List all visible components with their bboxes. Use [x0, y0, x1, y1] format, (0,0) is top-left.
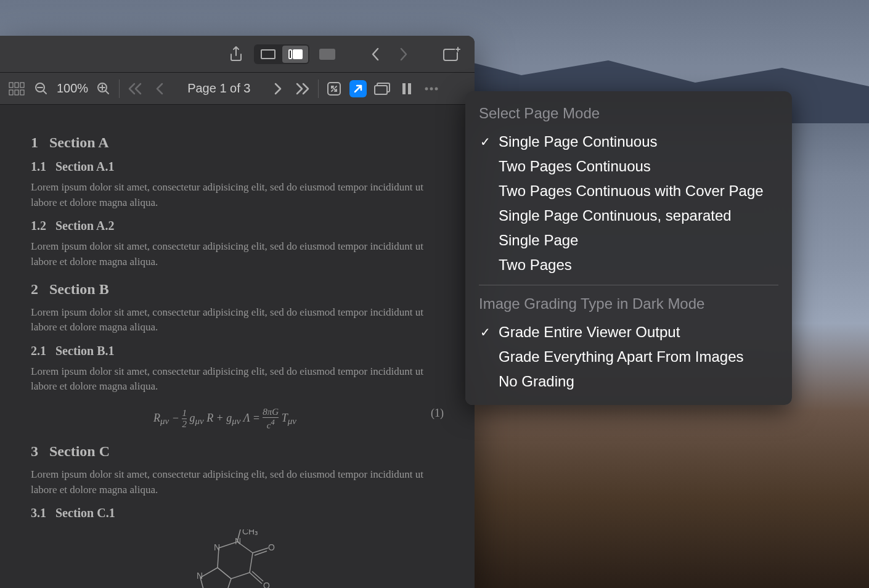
window-titlebar	[0, 36, 475, 73]
subsection-heading: 3.1 Section C.1	[31, 506, 444, 520]
next-page-button[interactable]	[269, 80, 287, 98]
svg-rect-12	[375, 86, 387, 94]
svg-text:O: O	[268, 542, 275, 552]
nav-back-button[interactable]	[365, 44, 386, 65]
subsection-heading: 1.2 Section A.2	[31, 219, 444, 233]
svg-text:O: O	[263, 581, 270, 588]
menu-item-grade-apart-images[interactable]: Grade Everything Apart From Images	[465, 345, 792, 369]
viewer-toolbar: 100% Page 1 of 3	[0, 73, 475, 105]
view-mode-segmented	[254, 44, 309, 64]
window-mode-button[interactable]	[373, 80, 391, 98]
menu-item-grade-entire[interactable]: ✓Grade Entire Viewer Output	[465, 320, 792, 345]
menu-item-no-grading[interactable]: No Grading	[465, 369, 792, 394]
section-heading: 1 Section A	[31, 134, 444, 151]
document-content[interactable]: 1 Section A 1.1 Section A.1 Lorem ipsum …	[0, 105, 475, 588]
svg-rect-7	[20, 90, 24, 95]
section-heading: 3 Section C	[31, 443, 444, 460]
menu-section-header: Select Page Mode	[465, 102, 792, 129]
pause-button[interactable]	[398, 80, 416, 98]
view-single-button[interactable]	[255, 46, 281, 63]
svg-point-16	[430, 87, 433, 90]
svg-rect-2	[9, 83, 13, 88]
last-page-button[interactable]	[293, 80, 312, 98]
svg-text:N: N	[214, 542, 220, 552]
svg-marker-19	[200, 568, 231, 588]
svg-rect-4	[20, 83, 24, 88]
share-button[interactable]	[226, 44, 247, 65]
view-preset-button[interactable]	[317, 44, 338, 65]
view-sidebar-button[interactable]	[282, 46, 308, 63]
svg-rect-3	[15, 83, 18, 88]
body-text: Lorem ipsum dolor sit amet, consectetur …	[31, 467, 444, 497]
svg-marker-18	[218, 542, 253, 579]
first-page-button[interactable]	[126, 80, 144, 98]
menu-section-header: Image Grading Type in Dark Mode	[465, 293, 792, 320]
menu-item-two-continuous-cover[interactable]: Two Pages Continuous with Cover Page	[465, 179, 792, 203]
body-text: Lorem ipsum dolor sit amet, consectetur …	[31, 239, 444, 269]
svg-text:N: N	[197, 571, 203, 581]
svg-rect-14	[408, 83, 411, 94]
menu-item-single-page[interactable]: Single Page	[465, 228, 792, 253]
svg-rect-13	[402, 83, 406, 94]
svg-point-15	[425, 87, 428, 90]
svg-rect-6	[15, 90, 18, 95]
sync-button[interactable]	[325, 80, 343, 98]
new-window-button[interactable]	[441, 44, 462, 65]
zoom-in-button[interactable]	[94, 80, 113, 98]
svg-line-21	[253, 548, 268, 553]
grid-view-button[interactable]	[7, 80, 26, 98]
zoom-level-label: 100%	[57, 81, 88, 96]
equation: Rμν − 12 gμν R + gμν Λ = 8πGc4 Tμν (1)	[31, 407, 444, 431]
body-text: Lorem ipsum dolor sit amet, consectetur …	[31, 180, 444, 210]
page-mode-menu: Select Page Mode ✓Single Page Continuous…	[465, 91, 792, 405]
subsection-heading: 1.1 Section A.1	[31, 160, 444, 174]
subsection-heading: 2.1 Section B.1	[31, 344, 444, 358]
zoom-out-button[interactable]	[32, 80, 51, 98]
svg-rect-5	[9, 90, 13, 95]
check-icon: ✓	[479, 325, 491, 340]
svg-point-17	[435, 87, 438, 90]
external-link-button[interactable]	[349, 80, 367, 97]
menu-item-two-continuous[interactable]: Two Pages Continuous	[465, 154, 792, 179]
menu-item-single-continuous[interactable]: ✓Single Page Continuous	[465, 129, 792, 154]
svg-text:N: N	[235, 536, 241, 546]
check-icon: ✓	[479, 134, 491, 149]
body-text: Lorem ipsum dolor sit amet, consectetur …	[31, 364, 444, 394]
section-heading: 2 Section B	[31, 281, 444, 298]
prev-page-button[interactable]	[150, 80, 169, 98]
menu-item-two-pages[interactable]: Two Pages	[465, 253, 792, 277]
nav-forward-button[interactable]	[393, 44, 414, 65]
svg-rect-0	[444, 49, 457, 60]
more-options-button[interactable]	[422, 80, 441, 98]
svg-text:CH₃: CH₃	[242, 529, 258, 536]
toolbar-divider	[119, 80, 120, 98]
molecule-diagram: CH₃ N N O O N N	[31, 529, 444, 588]
body-text: Lorem ipsum dolor sit amet, consectetur …	[31, 305, 444, 335]
toolbar-divider	[318, 80, 319, 98]
page-indicator[interactable]: Page 1 of 3	[175, 81, 263, 96]
menu-item-single-continuous-separated[interactable]: Single Page Continuous, separated	[465, 203, 792, 228]
pdf-viewer-window: 100% Page 1 of 3	[0, 36, 475, 588]
menu-separator	[479, 285, 778, 285]
